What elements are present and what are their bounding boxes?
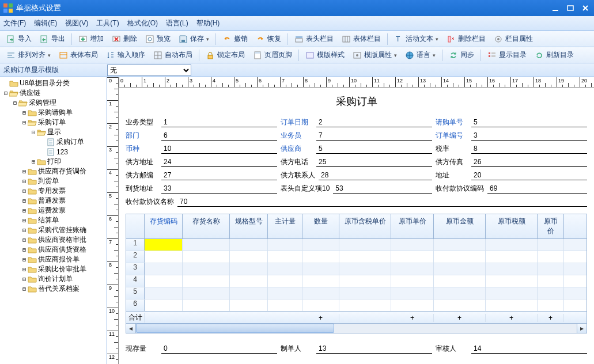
tree-expander[interactable]: ⊞ bbox=[21, 207, 28, 214]
grid-header[interactable]: 原币单价 bbox=[391, 214, 434, 238]
form-field[interactable]: 供应商5 bbox=[281, 144, 432, 154]
tree-expander[interactable]: ⊞ bbox=[21, 198, 28, 204]
tree-expander[interactable]: ⊞ bbox=[21, 286, 28, 292]
tree-expander[interactable]: ⊞ bbox=[21, 266, 28, 272]
grid-header[interactable]: 存货编码 bbox=[145, 214, 183, 238]
form-field[interactable]: 供方电话25 bbox=[281, 157, 432, 167]
tree-node[interactable]: ⊞运费发票 bbox=[0, 206, 107, 215]
field-value[interactable]: 69 bbox=[487, 184, 587, 194]
save-button[interactable]: 保存▾ bbox=[175, 32, 213, 46]
menu-file[interactable]: 文件(F) bbox=[3, 18, 26, 28]
grid-row[interactable]: 4 bbox=[126, 275, 587, 287]
form-field[interactable]: 业务员7 bbox=[281, 131, 432, 141]
maximize-button[interactable] bbox=[565, 4, 576, 12]
form-field[interactable]: 供方地址24 bbox=[126, 157, 277, 167]
field-value[interactable]: 14 bbox=[471, 344, 587, 354]
tree-expander[interactable]: ⊞ bbox=[21, 217, 28, 223]
grid-header[interactable]: 存货名称 bbox=[183, 214, 230, 238]
grid-header[interactable]: 原币金额 bbox=[434, 214, 486, 238]
field-value[interactable]: 6 bbox=[161, 131, 277, 141]
field-value[interactable]: 27 bbox=[161, 171, 277, 180]
field-value[interactable]: 5 bbox=[316, 145, 432, 154]
scroll-right-icon[interactable]: ▸ bbox=[577, 324, 587, 333]
tree-node[interactable]: ⊞询价计划单 bbox=[0, 274, 107, 284]
field-value[interactable]: 1 bbox=[161, 118, 277, 127]
tree-expander[interactable]: ⊞ bbox=[21, 237, 28, 243]
field-value[interactable]: 3 bbox=[471, 131, 587, 141]
form-field[interactable]: 到货地址33 bbox=[126, 184, 277, 194]
field-value[interactable]: 25 bbox=[316, 158, 432, 167]
template-select[interactable]: 无 bbox=[107, 65, 191, 76]
grid-header[interactable]: 规格型号 bbox=[230, 214, 268, 238]
tree-node[interactable]: ⊞普通发票 bbox=[0, 196, 107, 206]
body-grid[interactable]: 存货编码存货名称规格型号主计量数量原币含税单价原币单价原币金额原币税额原币价 1… bbox=[126, 214, 587, 324]
form-field[interactable]: 表头自定义项1053 bbox=[281, 184, 432, 194]
scroll-left-icon[interactable]: ◂ bbox=[126, 324, 136, 333]
tree-expander[interactable]: ⊞ bbox=[21, 109, 28, 116]
tmplprop-button[interactable]: 模版属性▾ bbox=[349, 48, 401, 62]
grid-row[interactable]: 2 bbox=[126, 251, 587, 263]
tree-expander[interactable]: ⊟ bbox=[21, 119, 28, 126]
grid-header[interactable]: 原币含税单价 bbox=[339, 214, 391, 238]
add-button[interactable]: 增加 bbox=[74, 32, 108, 46]
tree-node[interactable]: U8单据目录分类 bbox=[0, 78, 107, 88]
field-value[interactable]: 0 bbox=[161, 344, 277, 354]
close-button[interactable] bbox=[580, 4, 591, 12]
redo-button[interactable]: 恢复 bbox=[252, 32, 285, 46]
tree-node[interactable]: 采购订单 bbox=[0, 137, 107, 147]
tmplstyle-button[interactable]: 模版样式 bbox=[301, 48, 349, 62]
sync-button[interactable]: 同步 bbox=[445, 48, 478, 62]
form-field[interactable]: 税率8 bbox=[436, 144, 587, 154]
tree-node[interactable]: ⊞专用发票 bbox=[0, 186, 107, 196]
field-value[interactable]: 10 bbox=[161, 145, 277, 154]
field-value[interactable]: 2 bbox=[316, 118, 432, 127]
hdrftr-button[interactable]: 页眉页脚 bbox=[249, 48, 296, 62]
tree-node[interactable]: ⊞供应商报价单 bbox=[0, 255, 107, 264]
field-value[interactable]: 8 bbox=[471, 145, 587, 154]
field-value[interactable]: 26 bbox=[471, 158, 587, 167]
field-value[interactable]: 5 bbox=[471, 118, 587, 127]
language-button[interactable]: 语言▾ bbox=[401, 48, 440, 62]
field-value[interactable]: 13 bbox=[316, 344, 432, 354]
delcol-button[interactable]: 删除栏目 bbox=[442, 32, 490, 46]
field-value[interactable]: 20 bbox=[471, 171, 587, 180]
tree-node[interactable]: ⊞供应商供货资格 bbox=[0, 245, 107, 255]
form-field[interactable]: 供方邮编27 bbox=[126, 170, 277, 180]
form-field[interactable]: 订单编号3 bbox=[436, 131, 587, 141]
tree-node[interactable]: ⊟供应链 bbox=[0, 88, 107, 98]
inputorder-button[interactable]: 输入顺序 bbox=[102, 48, 149, 62]
form-field[interactable]: 币种10 bbox=[126, 144, 277, 154]
field-value[interactable]: 33 bbox=[161, 184, 277, 194]
field-value[interactable]: 70 bbox=[177, 198, 587, 207]
tree-expander[interactable]: ⊞ bbox=[21, 168, 28, 175]
tree-expander[interactable]: ⊞ bbox=[21, 247, 28, 253]
tree-expander[interactable]: ⊞ bbox=[21, 178, 28, 184]
tree-node[interactable]: ⊞到货单 bbox=[0, 176, 107, 186]
field-value[interactable]: 53 bbox=[333, 184, 432, 194]
export-button[interactable]: 导出 bbox=[36, 32, 69, 46]
field-value[interactable]: 7 bbox=[316, 131, 432, 141]
form-field[interactable]: 订单日期2 bbox=[281, 117, 432, 127]
tree-expander[interactable]: ⊞ bbox=[21, 227, 28, 233]
form-field[interactable]: 请购单号5 bbox=[436, 117, 587, 127]
sidebar-tree[interactable]: U8单据目录分类⊟供应链⊟采购管理⊞采购请购单⊟采购订单⊟显示采购订单123⊞打… bbox=[0, 77, 107, 364]
tree-node[interactable]: ⊞替代关系档案 bbox=[0, 284, 107, 294]
tree-node[interactable]: ⊞采购请购单 bbox=[0, 108, 107, 117]
menu-help[interactable]: 帮助(H) bbox=[196, 18, 220, 28]
menu-lang[interactable]: 语言(L) bbox=[166, 18, 188, 28]
tree-node[interactable]: ⊞采购比价审批单 bbox=[0, 264, 107, 274]
grid-header[interactable]: 数量 bbox=[302, 214, 339, 238]
grid-header[interactable]: 主计量 bbox=[268, 214, 302, 238]
form-field[interactable]: 审核人14 bbox=[436, 344, 587, 354]
form-field[interactable]: 供方传真26 bbox=[436, 157, 587, 167]
grid-header[interactable]: 原币价 bbox=[538, 214, 564, 238]
align-button[interactable]: 排列对齐▾ bbox=[2, 48, 55, 62]
form-field[interactable]: 制单人13 bbox=[281, 344, 432, 354]
grid-row[interactable]: 3 bbox=[126, 263, 587, 275]
form-field[interactable]: 地址20 bbox=[436, 170, 587, 180]
tree-expander[interactable]: ⊟ bbox=[2, 90, 9, 96]
locklayout-button[interactable]: 锁定布局 bbox=[202, 48, 249, 62]
menu-edit[interactable]: 编辑(E) bbox=[34, 18, 57, 28]
tree-node[interactable]: ⊞结算单 bbox=[0, 215, 107, 225]
tree-expander[interactable]: ⊟ bbox=[12, 100, 18, 106]
